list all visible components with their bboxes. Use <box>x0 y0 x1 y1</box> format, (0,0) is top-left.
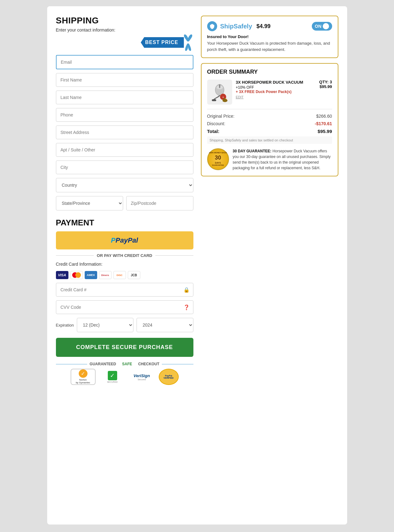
first-name-input[interactable] <box>56 73 193 87</box>
guarantee-title: 30 DAY GUARANTEE: <box>233 149 272 153</box>
svg-rect-4 <box>212 99 216 101</box>
norton-check-icon: ✓ <box>79 369 87 378</box>
original-price-row: Original Price: $266.60 <box>207 112 332 120</box>
total-value: $95.99 <box>318 129 332 134</box>
order-summary-card: ORDER SUMMARY <box>201 63 338 176</box>
ship-safely-name: ShipSafely <box>220 23 252 30</box>
total-row: Total: $95.99 <box>207 127 332 135</box>
product-details: 3X HORSEPOWER DUCK VACUUM +10% OFF + 3X … <box>236 80 316 99</box>
product-qty-price: QTY: 3 $95.99 <box>319 80 332 89</box>
state-select[interactable]: State/Province Alabama California New Yo… <box>56 196 123 210</box>
svg-rect-3 <box>219 84 220 88</box>
diners-icon: Diners <box>99 271 112 279</box>
ship-safely-toggle[interactable]: ON <box>312 22 332 31</box>
guaranteed-section: GUARANTEED SAFE CHECKOUT ✓ Nortonby Syma… <box>56 362 193 385</box>
last-name-input[interactable] <box>56 91 193 104</box>
shipping-subtitle: Enter your contact information: <box>56 27 193 32</box>
zip-input[interactable] <box>126 196 193 210</box>
paypal-button[interactable]: PPayPal <box>56 231 193 249</box>
ship-safely-header: ShipSafely $4.99 ON <box>207 21 332 31</box>
guarantee-text: 30 DAY GUARANTEE: Horsepower Duck Vacuum… <box>233 148 332 171</box>
product-discount: +10% OFF <box>236 85 316 90</box>
original-price-label: Original Price: <box>207 114 235 119</box>
street-address-input[interactable] <box>56 126 193 139</box>
cc-icons-row: VISA AMEX Diners DISC JCB <box>56 271 193 279</box>
guarantee-row: 100% MONEY BACK 30 DAYS GUARANTEE 30 DAY… <box>207 148 332 171</box>
ship-safely-description: Your Horsepower Duck Vacuum is protected… <box>207 40 332 52</box>
svg-point-0 <box>187 42 189 44</box>
cvv-wrapper: ❓ <box>56 300 193 314</box>
lock-icon: 🔒 <box>183 287 190 293</box>
discount-row: Discount: -$170.61 <box>207 120 332 127</box>
paypal-verified-badge: PayPal VERIFIED <box>159 369 179 385</box>
apt-input[interactable] <box>56 143 193 157</box>
product-svg-icon: + <box>209 81 231 103</box>
shipping-note: Shipping, ShipSafely and sales tax settl… <box>207 136 332 144</box>
ship-safely-price: $4.99 <box>257 23 271 30</box>
discount-label: Discount: <box>207 121 225 126</box>
cc-info-label: Credit Card Information: <box>56 262 193 267</box>
cvv-input[interactable] <box>56 300 193 314</box>
verisign-sub: Secured <box>137 378 146 381</box>
ship-safely-shield-icon <box>207 21 217 31</box>
expiry-label: Expiration <box>56 323 74 328</box>
ship-safely-bold-text: Insured to Your Door! <box>207 34 332 39</box>
expiry-year-select[interactable]: 2024 2025202620272028 <box>137 318 193 332</box>
city-input[interactable] <box>56 160 193 174</box>
right-column: ShipSafely $4.99 ON Insured to Your Door… <box>201 16 338 176</box>
guarantee-days: 30 <box>215 154 221 161</box>
country-select[interactable]: Country United States Canada United King… <box>56 178 193 192</box>
email-input[interactable] <box>56 55 193 69</box>
complete-purchase-button[interactable]: COMPLETE SECURE PURCHASE <box>56 338 193 357</box>
original-price-value: $266.60 <box>316 114 332 119</box>
verisign-text: VeriSign <box>133 373 150 378</box>
order-summary-title: ORDER SUMMARY <box>207 69 332 75</box>
product-qty: QTY: 3 <box>319 80 332 84</box>
guaranteed-text: GUARANTEED SAFE CHECKOUT <box>56 362 193 366</box>
left-column: SHIPPING Enter your contact information:… <box>56 16 193 385</box>
mastercard-icon <box>70 271 83 279</box>
best-price-ribbon: BEST PRICE <box>141 37 184 48</box>
cc-number-wrapper: 🔒 <box>56 283 193 297</box>
product-free: + 3X FREE Duck Power Pack(s) <box>236 90 316 94</box>
paypal-logo: PPayPal <box>111 236 138 244</box>
safe-text: SAFE <box>122 362 132 366</box>
total-label: Total: <box>207 129 220 134</box>
ribbon-bow-icon <box>183 34 193 51</box>
norton-text: Nortonby Symantec <box>76 378 90 384</box>
security-check-icon: ✓ <box>108 371 117 380</box>
product-name: 3X HORSEPOWER DUCK VACUUM <box>236 80 316 85</box>
trust-badges: ✓ Nortonby Symantec ✓ SECURED VeriSign S… <box>71 369 179 385</box>
product-price: $95.99 <box>319 84 332 89</box>
or-divider: OR PAY WITH CREDIT CARD <box>56 253 193 258</box>
expiry-row: Expiration 12 (Dec) 1 (Jan)2 (Feb)3 (Mar… <box>56 318 193 332</box>
svg-point-8 <box>223 98 226 101</box>
mc-orange-circle <box>75 272 81 278</box>
security-badge: ✓ SECURED <box>100 369 125 385</box>
verisign-badge: VeriSign Secured <box>129 369 154 385</box>
state-zip-row: State/Province Alabama California New Yo… <box>56 196 193 210</box>
product-edit-link[interactable]: EDIT <box>236 95 316 99</box>
product-row: + 3X HORSEPOWER DUCK VACUUM +10% OFF + 3… <box>207 80 332 105</box>
expiry-month-select[interactable]: 12 (Dec) 1 (Jan)2 (Feb)3 (Mar) 4 (Apr)5 … <box>77 318 133 332</box>
guarantee-badge: 100% MONEY BACK 30 DAYS GUARANTEE <box>207 148 229 170</box>
discount-value: -$170.61 <box>315 121 332 126</box>
cc-number-input[interactable] <box>56 283 193 297</box>
best-price-banner: BEST PRICE <box>56 34 193 51</box>
help-icon: ❓ <box>183 304 190 310</box>
shipping-title: SHIPPING <box>56 16 193 26</box>
phone-input[interactable] <box>56 108 193 122</box>
visa-icon: VISA <box>56 271 68 279</box>
payment-title: PAYMENT <box>56 218 193 228</box>
security-label: SECURED <box>107 381 117 383</box>
page-container: SHIPPING Enter your contact information:… <box>47 6 347 525</box>
product-image: + <box>207 80 232 105</box>
ship-safely-card: ShipSafely $4.99 ON Insured to Your Door… <box>201 16 338 58</box>
order-divider <box>207 109 332 109</box>
jcb-icon: JCB <box>128 271 140 279</box>
norton-badge: ✓ Nortonby Symantec <box>71 369 96 385</box>
toggle-knob <box>323 23 329 29</box>
amex-icon: AMEX <box>85 271 97 279</box>
discover-icon: DISC <box>113 271 126 279</box>
